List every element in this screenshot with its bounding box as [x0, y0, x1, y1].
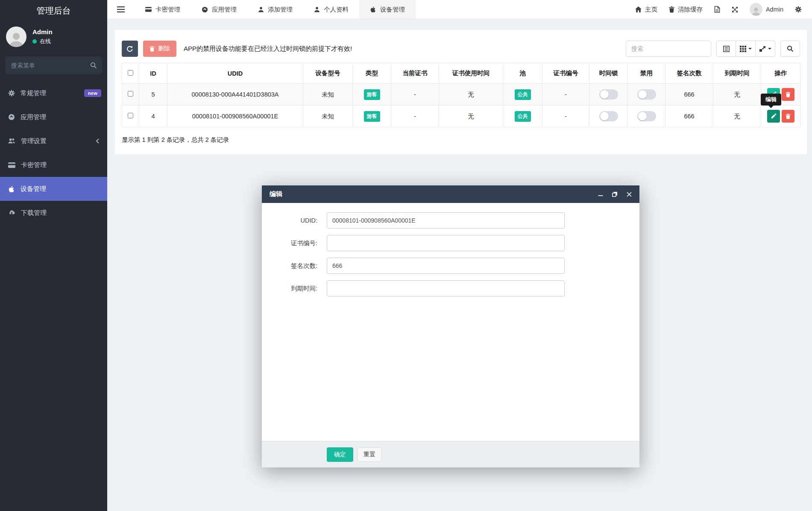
- tab-cards[interactable]: 卡密管理: [135, 0, 191, 19]
- header-expire: 到期时间: [713, 63, 761, 84]
- search-submit-button[interactable]: [780, 41, 800, 57]
- clear-cache-link[interactable]: 清除缓存: [669, 6, 703, 14]
- edit-row-button[interactable]: [767, 110, 780, 123]
- sidebar-item-apps[interactable]: 应用管理: [0, 105, 107, 129]
- gear-icon: [8, 90, 15, 97]
- export-icon: [759, 46, 766, 52]
- pencil-icon: [771, 113, 777, 119]
- udid-field[interactable]: [327, 212, 565, 229]
- cell-cert: -: [391, 106, 439, 127]
- expand-icon: [732, 6, 738, 13]
- sidebar-item-general[interactable]: 常规管理 new: [0, 81, 107, 105]
- sidebar-menu: 常规管理 new 应用管理 管理设置 卡密管理 设备管理 下载管理: [0, 81, 107, 225]
- sign-count-field[interactable]: [327, 258, 565, 274]
- maximize-button[interactable]: [612, 191, 618, 197]
- expire-field[interactable]: [327, 280, 565, 297]
- select-all-checkbox[interactable]: [128, 70, 133, 76]
- minimize-icon: [598, 192, 603, 197]
- minimize-button[interactable]: [598, 192, 603, 197]
- toggle-view-button[interactable]: [716, 41, 736, 57]
- circle-arrow-icon: [8, 114, 15, 120]
- table-search: [626, 41, 711, 57]
- cert-no-field[interactable]: [327, 235, 565, 251]
- trash-icon: [786, 92, 791, 97]
- refresh-icon: [126, 45, 133, 52]
- sidebar-item-downloads[interactable]: 下载管理: [0, 201, 107, 225]
- maximize-icon: [612, 191, 618, 197]
- sidebar-search-input[interactable]: [5, 56, 102, 74]
- export-button[interactable]: [756, 41, 775, 57]
- circle-arrow-icon: [202, 6, 208, 13]
- delete-button[interactable]: 删除: [143, 41, 176, 57]
- cell-udid: 00008101-000908560A00001E: [167, 106, 303, 127]
- trash-icon: [786, 114, 791, 119]
- tab-label: 应用管理: [212, 6, 237, 14]
- tab-profile[interactable]: 个人资料: [303, 0, 359, 19]
- settings-button[interactable]: [795, 6, 802, 13]
- close-button[interactable]: [627, 192, 632, 197]
- sidebar-item-label: 下载管理: [21, 209, 47, 217]
- refresh-button[interactable]: [122, 41, 138, 57]
- table-header-row: ID UDID 设备型号 类型 当前证书 证书使用时间 池 证书编号 时间锁 禁…: [122, 63, 800, 84]
- apple-icon: [8, 185, 15, 193]
- cell-cert-no: -: [542, 106, 589, 127]
- language-file-button[interactable]: [714, 6, 720, 13]
- cell-udid: 00008130-000A441401D3803A: [167, 84, 303, 106]
- delete-row-button[interactable]: [782, 88, 794, 101]
- sidebar-item-devices[interactable]: 设备管理: [0, 177, 107, 201]
- search-icon: [787, 45, 794, 52]
- sidebar-item-cards[interactable]: 卡密管理: [0, 153, 107, 177]
- home-icon: [635, 6, 642, 12]
- form-row-sign-count: 签名次数:: [262, 258, 639, 274]
- header-cert: 当前证书: [391, 63, 439, 84]
- trash-icon: [669, 6, 674, 13]
- home-link[interactable]: 主页: [635, 6, 657, 14]
- toolbar-notice: APP的禁用设备功能要在已经注入过时间锁的前提下才有效!: [184, 45, 352, 53]
- type-badge: 游客: [364, 89, 380, 100]
- form-row-expire: 到期时间:: [262, 280, 639, 297]
- row-checkbox[interactable]: [128, 91, 133, 97]
- navbar-user-label: Admin: [766, 6, 783, 13]
- reset-button[interactable]: 重置: [357, 447, 382, 462]
- timelock-toggle[interactable]: [599, 89, 618, 100]
- header-sign-count: 签名次数: [665, 63, 713, 84]
- cert-no-label: 证书编号:: [262, 239, 327, 247]
- user-menu[interactable]: Admin: [750, 3, 783, 16]
- nav-tabs: 卡密管理 应用管理 添加管理 个人资料 设备管理: [135, 0, 416, 19]
- pool-badge: 公共: [515, 89, 531, 100]
- row-checkbox[interactable]: [128, 113, 133, 118]
- edit-tooltip: 编辑: [761, 94, 781, 106]
- header-actions: 操作: [761, 63, 800, 84]
- table-search-input[interactable]: [626, 41, 711, 57]
- sidebar: 管理后台 Admin 在线 常规管理 new 应用管理 管理设置: [0, 0, 107, 511]
- fullscreen-button[interactable]: [732, 6, 738, 13]
- sidebar-item-label: 管理设置: [21, 137, 47, 145]
- chevron-left-icon: [96, 138, 100, 144]
- tab-add-admin[interactable]: 添加管理: [247, 0, 303, 19]
- timelock-toggle[interactable]: [599, 111, 618, 121]
- tab-label: 卡密管理: [155, 6, 180, 14]
- user-status: 在线: [32, 38, 53, 45]
- devices-panel: 删除 APP的禁用设备功能要在已经注入过时间锁的前提下才有效!: [115, 30, 807, 154]
- disabled-toggle[interactable]: [637, 111, 656, 121]
- delete-button-label: 删除: [158, 45, 170, 53]
- tab-apps[interactable]: 应用管理: [191, 0, 247, 19]
- header-select-all: [122, 63, 139, 84]
- gear-icon: [795, 6, 802, 13]
- sidebar-item-admin-settings[interactable]: 管理设置: [0, 129, 107, 153]
- file-icon: [714, 6, 720, 13]
- tab-devices[interactable]: 设备管理: [359, 0, 416, 19]
- sidebar-item-label: 设备管理: [21, 185, 46, 193]
- columns-button[interactable]: [736, 41, 756, 57]
- cell-expire: 无: [713, 106, 761, 127]
- modal-header[interactable]: 编辑: [262, 185, 639, 203]
- expire-label: 到期时间:: [262, 285, 327, 293]
- menu-toggle-button[interactable]: [107, 6, 135, 12]
- sidebar-item-label: 常规管理: [21, 89, 46, 97]
- disabled-toggle[interactable]: [637, 89, 656, 100]
- confirm-button[interactable]: 确定: [327, 447, 353, 462]
- online-dot-icon: [32, 39, 37, 44]
- home-label: 主页: [645, 6, 657, 14]
- search-icon: [90, 62, 97, 69]
- delete-row-button[interactable]: [782, 110, 794, 123]
